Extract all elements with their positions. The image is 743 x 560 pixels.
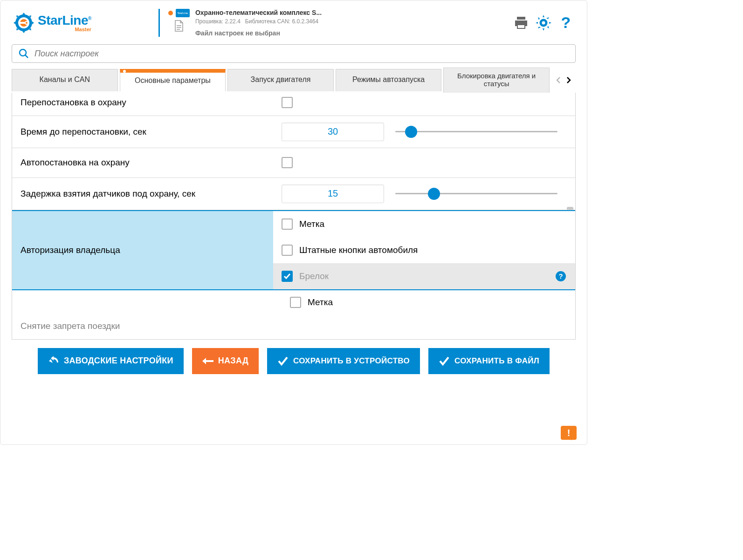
rearm-time-slider[interactable] xyxy=(395,126,557,137)
auth-option-buttons[interactable]: Штатные кнопки автомобиля xyxy=(273,237,575,263)
rearm-time-input[interactable] xyxy=(282,123,384,141)
row-rearm: Перепостановка в охрану xyxy=(12,93,575,116)
check-icon xyxy=(439,355,450,367)
row-next-group: Метка xyxy=(12,290,575,314)
row-rearm-time: Время до перепостановки, сек xyxy=(12,116,575,148)
next-option-tag[interactable]: Метка xyxy=(282,290,567,314)
search-bar[interactable] xyxy=(12,44,576,63)
header: StarLine® Master StarLine Охранно-телема… xyxy=(0,0,587,41)
tab-engine-block[interactable]: Блокировка двигателя и статусы xyxy=(443,68,550,93)
tab-main-params[interactable]: Основные параметры xyxy=(120,69,226,91)
check-icon xyxy=(277,355,289,367)
svg-point-5 xyxy=(541,20,546,26)
fob-help-icon[interactable]: ? xyxy=(556,271,566,281)
row-label: Время до перепостановки, сек xyxy=(21,127,282,137)
file-status: Файл настроек не выбран xyxy=(195,29,322,37)
help-icon[interactable]: ? xyxy=(558,15,574,31)
row-label: Задержка взятия датчиков под охрану, сек xyxy=(21,189,282,199)
row-label: Перепостановка в охрану xyxy=(21,97,282,108)
back-button[interactable]: НАЗАД xyxy=(192,348,259,374)
next-tag-checkbox[interactable] xyxy=(290,297,301,308)
row-label: Авторизация владельца xyxy=(12,211,273,289)
row-trip-block-remove: Снятие запрета поездки xyxy=(12,314,575,331)
file-icon xyxy=(174,20,184,32)
logo-sub: Master xyxy=(38,27,91,32)
tab-autostart-modes[interactable]: Режимы автозапуска xyxy=(336,69,442,91)
search-input[interactable] xyxy=(34,49,569,59)
logo-brand: StarLine xyxy=(38,13,88,27)
option-label: Штатные кнопки автомобиля xyxy=(299,245,418,255)
row-owner-auth: Авторизация владельца Метка Штатные кноп… xyxy=(12,210,575,290)
row-label: Снятие запрета поездки xyxy=(21,321,282,331)
auth-option-tag[interactable]: Метка xyxy=(273,211,575,237)
svg-point-7 xyxy=(20,49,26,56)
back-arrow-icon xyxy=(202,355,213,367)
footer: ЗАВОДСКИЕ НАСТРОЙКИ НАЗАД СОХРАНИТЬ В УС… xyxy=(0,340,587,382)
save-to-file-button[interactable]: СОХРАНИТЬ В ФАЙЛ xyxy=(428,348,550,374)
svg-line-8 xyxy=(25,55,28,58)
option-label: Брелок xyxy=(299,271,329,281)
autoarm-checkbox[interactable] xyxy=(282,157,293,168)
sensor-delay-input[interactable] xyxy=(282,184,384,203)
row-sensor-delay: Задержка взятия датчиков под охрану, сек xyxy=(12,178,575,210)
app-window: StarLine® Master StarLine Охранно-телема… xyxy=(0,0,587,445)
row-autoarm: Автопостановка на охрану xyxy=(12,148,575,178)
tabs-prev-icon[interactable] xyxy=(554,76,563,84)
device-info: StarLine Охранно-телематический комплекс… xyxy=(158,9,392,37)
undo-arrow-icon xyxy=(48,355,59,367)
status-dot-icon xyxy=(168,11,173,15)
rearm-checkbox[interactable] xyxy=(282,97,293,108)
auth-tag-checkbox[interactable] xyxy=(282,219,293,230)
option-label: Метка xyxy=(299,219,324,229)
save-to-device-button[interactable]: СОХРАНИТЬ В УСТРОЙСТВО xyxy=(267,348,420,374)
sensor-delay-slider[interactable] xyxy=(395,188,557,199)
settings-panel[interactable]: Перепостановка в охрану Время до перепос… xyxy=(12,93,576,340)
svg-text:?: ? xyxy=(561,15,571,31)
search-icon xyxy=(19,48,29,59)
tab-channels-can[interactable]: Каналы и CAN xyxy=(12,69,118,91)
device-title: Охранно-телематический комплекс S... xyxy=(195,9,322,16)
factory-reset-button[interactable]: ЗАВОДСКИЕ НАСТРОЙКИ xyxy=(38,348,184,374)
notification-icon[interactable]: ! xyxy=(561,426,577,440)
device-badge-icon: StarLine xyxy=(176,9,190,17)
auth-fob-checkbox[interactable] xyxy=(282,271,293,282)
auth-option-fob[interactable]: Брелок ? xyxy=(273,263,575,289)
auth-buttons-checkbox[interactable] xyxy=(282,245,293,256)
print-icon[interactable] xyxy=(513,15,529,31)
firmware-label: Прошивка: 2.22.4 xyxy=(195,18,241,25)
svg-point-3 xyxy=(26,22,28,24)
tab-engine-start[interactable]: Запуск двигателя xyxy=(227,69,334,91)
svg-rect-4 xyxy=(518,25,524,28)
option-label: Метка xyxy=(308,297,333,307)
row-label: Автопостановка на охрану xyxy=(21,157,282,168)
gear-wrench-icon xyxy=(14,13,34,33)
logo: StarLine® Master xyxy=(14,13,91,33)
settings-gear-icon[interactable] xyxy=(536,15,551,31)
tabs-next-icon[interactable] xyxy=(564,76,573,84)
canlib-label: Библиотека CAN: 6.0.2.3464 xyxy=(245,18,318,25)
tabs: Каналы и CAN Основные параметры Запуск д… xyxy=(12,68,576,93)
